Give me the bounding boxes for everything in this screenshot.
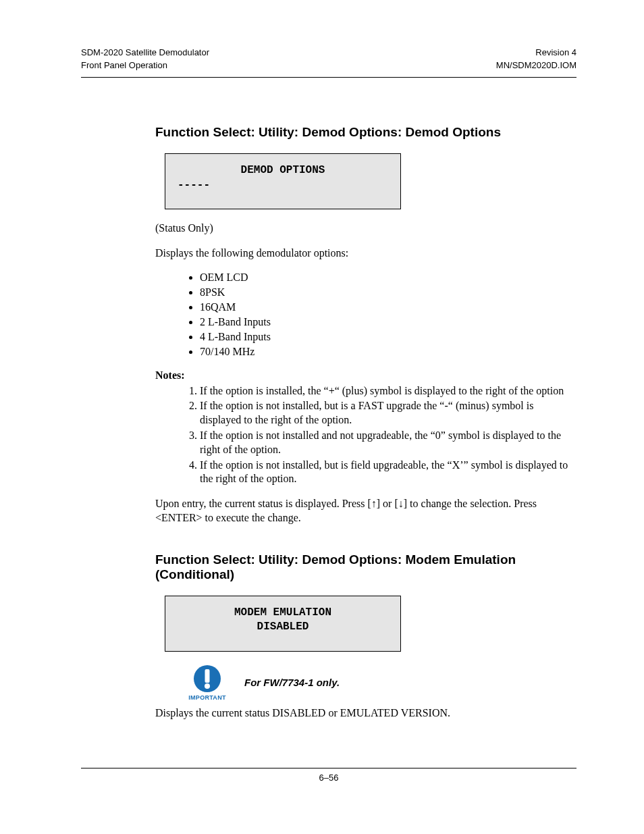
list-item: If the option is not installed, but is a… bbox=[200, 399, 576, 427]
lcd-line-1: DEMOD OPTIONS bbox=[178, 163, 388, 178]
list-item: 2 L-Band Inputs bbox=[200, 316, 576, 328]
svg-rect-1 bbox=[205, 669, 210, 683]
list-item: 70/140 MHz bbox=[200, 346, 576, 358]
list-item: 4 L-Band Inputs bbox=[200, 331, 576, 343]
options-list: OEM LCD 8PSK 16QAM 2 L-Band Inputs 4 L-B… bbox=[155, 271, 576, 358]
list-item: 8PSK bbox=[200, 286, 576, 298]
svg-point-2 bbox=[205, 683, 210, 689]
important-callout: IMPORTANT For FW/7734-1 only. bbox=[186, 664, 576, 701]
header-left-2: Front Panel Operation bbox=[81, 60, 167, 70]
lcd-line-2: DISABLED bbox=[178, 620, 388, 635]
page-footer: 6–56 bbox=[81, 768, 576, 783]
header-left-1: SDM-2020 Satellite Demodulator bbox=[81, 47, 209, 57]
important-icon: IMPORTANT bbox=[186, 664, 228, 701]
lcd-display-demod-options: DEMOD OPTIONS ----- bbox=[165, 153, 401, 209]
notes-label: Notes: bbox=[155, 369, 576, 383]
list-item: If the option is not installed, but is f… bbox=[200, 459, 576, 487]
list-item: If the option is installed, the “+“ (plu… bbox=[200, 384, 576, 398]
page-header: SDM-2020 Satellite Demodulator Revision … bbox=[81, 47, 576, 78]
header-right-1: Revision 4 bbox=[535, 47, 576, 57]
section-heading-modem-emulation: Function Select: Utility: Demod Options:… bbox=[81, 552, 576, 582]
page-number: 6–56 bbox=[319, 773, 339, 783]
intro-text: Displays the following demodulator optio… bbox=[155, 246, 576, 261]
notes-list: If the option is installed, the “+“ (plu… bbox=[155, 384, 576, 487]
list-item: OEM LCD bbox=[200, 271, 576, 284]
status-only-text: (Status Only) bbox=[155, 221, 576, 236]
important-text: For FW/7734-1 only. bbox=[244, 677, 340, 688]
list-item: If the option is not installed and not u… bbox=[200, 429, 576, 457]
closing-text-2: Displays the current status DISABLED or … bbox=[155, 706, 576, 721]
lcd-line-2: ----- bbox=[178, 178, 388, 193]
important-label: IMPORTANT bbox=[188, 694, 226, 701]
closing-text: Upon entry, the current status is displa… bbox=[155, 497, 576, 525]
lcd-line-1: MODEM EMULATION bbox=[178, 606, 388, 621]
header-right-2: MN/SDM2020D.IOM bbox=[496, 60, 576, 70]
lcd-display-modem-emulation: MODEM EMULATION DISABLED bbox=[165, 596, 401, 652]
list-item: 16QAM bbox=[200, 301, 576, 313]
section-heading-demod-options: Function Select: Utility: Demod Options:… bbox=[81, 125, 576, 140]
